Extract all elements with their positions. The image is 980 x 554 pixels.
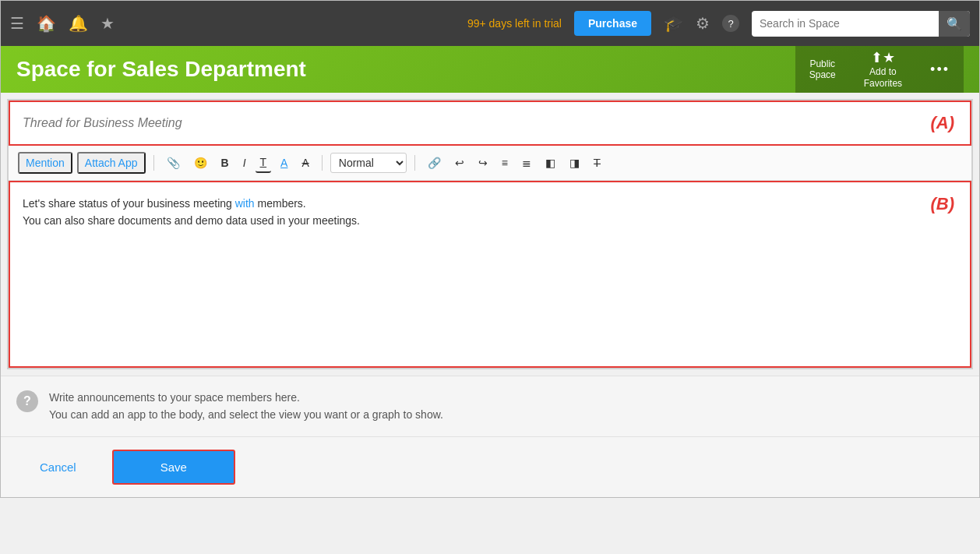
add-to-favorites-label: Add toFavorites: [864, 66, 902, 89]
undo-button[interactable]: ↩: [450, 153, 469, 172]
trial-text: 99+ days left in trial: [467, 17, 562, 30]
redo-button[interactable]: ↪: [474, 153, 492, 172]
help-text: Write announcements to your space member…: [49, 389, 443, 424]
link-button[interactable]: 🔗: [423, 153, 446, 172]
toolbar-separator-1: [153, 155, 154, 171]
save-button[interactable]: Save: [112, 450, 235, 485]
add-to-favorites-button[interactable]: ⬆★ Add toFavorites: [850, 46, 916, 93]
help-circle-icon: ?: [16, 390, 38, 412]
unordered-list-button[interactable]: ≡: [497, 153, 513, 172]
gear-icon[interactable]: ⚙: [696, 14, 710, 33]
public-space-label: PublicSpace: [809, 58, 836, 81]
paperclip-icon[interactable]: 📎: [162, 153, 185, 172]
help-section: ? Write announcements to your space memb…: [1, 376, 979, 436]
ordered-list-button[interactable]: ≣: [517, 153, 536, 172]
space-title: Space for Sales Department: [16, 57, 306, 82]
editor-toolbar: Mention Attach App 📎 🙂 B I T A A Normal …: [9, 146, 971, 181]
bold-button[interactable]: B: [217, 153, 234, 172]
label-a: (A): [930, 113, 954, 133]
home-icon[interactable]: 🏠: [37, 14, 56, 33]
strikethrough-button[interactable]: A: [297, 153, 313, 172]
search-input[interactable]: [752, 12, 939, 34]
graduation-icon[interactable]: 🎓: [664, 14, 683, 33]
star-icon[interactable]: ★: [100, 14, 115, 33]
more-icon: •••: [930, 62, 950, 78]
label-b: (B): [930, 190, 954, 217]
cancel-button[interactable]: Cancel: [16, 453, 100, 482]
thread-title-area: (A): [9, 101, 971, 146]
editor-line-1: Let's share status of your business meet…: [23, 195, 957, 212]
public-space-button[interactable]: PublicSpace: [795, 46, 850, 93]
attach-app-button[interactable]: Attach App: [77, 152, 146, 174]
bell-icon[interactable]: 🔔: [69, 14, 88, 33]
help-text-line1: Write announcements to your space member…: [49, 389, 443, 406]
toolbar-separator-3: [414, 155, 415, 171]
favorites-icon: ⬆★: [871, 50, 895, 67]
editor-line-2: You can also share documents and demo da…: [23, 212, 957, 229]
topbar: ☰ 🏠 🔔 ★ 99+ days left in trial Purchase …: [1, 1, 979, 46]
main-content: (A) Mention Attach App 📎 🙂 B I T A A Nor…: [7, 99, 973, 369]
editor-body[interactable]: Let's share status of your business meet…: [9, 181, 971, 368]
color-button[interactable]: A: [276, 153, 292, 172]
footer-buttons: Cancel Save: [1, 436, 979, 497]
underline-button[interactable]: T: [256, 153, 272, 173]
space-header: Space for Sales Department PublicSpace ⬆…: [1, 46, 979, 93]
clear-format-button[interactable]: T̶: [589, 153, 605, 172]
mention-button[interactable]: Mention: [18, 152, 72, 174]
highlighted-word: with: [235, 197, 255, 210]
search-box: 🔍: [752, 11, 970, 37]
format-select[interactable]: Normal Heading 1 Heading 2 Heading 3: [330, 153, 407, 173]
thread-title-input[interactable]: [10, 102, 970, 144]
menu-icon[interactable]: ☰: [10, 14, 24, 33]
topbar-right-icons: 🎓 ⚙ ?: [664, 14, 739, 33]
emoji-icon[interactable]: 🙂: [189, 153, 212, 172]
search-button[interactable]: 🔍: [939, 11, 970, 37]
purchase-button[interactable]: Purchase: [574, 11, 651, 36]
italic-button[interactable]: I: [238, 153, 251, 172]
space-header-actions: PublicSpace ⬆★ Add toFavorites •••: [795, 46, 964, 93]
align-right-button[interactable]: ◨: [565, 153, 584, 172]
toolbar-separator-2: [322, 155, 323, 171]
help-text-line2: You can add an app to the body, and sele…: [49, 406, 443, 423]
more-options-button[interactable]: •••: [916, 46, 964, 93]
align-left-button[interactable]: ◧: [541, 153, 560, 172]
help-icon[interactable]: ?: [722, 15, 739, 32]
